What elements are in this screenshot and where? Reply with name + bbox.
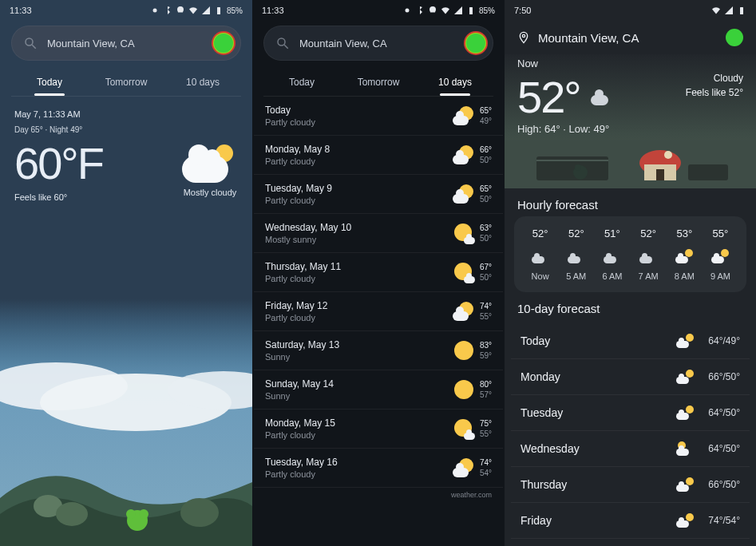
status-time: 11:33: [262, 6, 284, 15]
pc-icon: [675, 249, 693, 263]
search-location: Mountain View, CA: [47, 38, 213, 49]
pc-icon: [676, 513, 694, 528]
tenday-list[interactable]: Today64°/49°Monday66°/50°Tuesday64°/50°W…: [511, 323, 750, 539]
hourly-cell[interactable]: 52°7 AM: [631, 228, 667, 281]
bluetooth-icon: [415, 6, 425, 15]
tab-tomorrow[interactable]: Tomorrow: [88, 69, 164, 96]
forecast-row[interactable]: Sunday, May 14Sunny80°57°: [254, 370, 503, 410]
forecast-row[interactable]: TodayPartly cloudy65°49°: [254, 97, 503, 136]
cl-icon: [568, 249, 585, 263]
svg-point-10: [127, 510, 148, 531]
phone-10-days: 11:33 85% Mountain View, CA Today Tomorr…: [252, 0, 505, 546]
nfc-icon: [150, 6, 160, 15]
location-row[interactable]: Mountain View, CA: [505, 21, 756, 54]
low-temp: 59°: [480, 350, 492, 361]
tenday-row[interactable]: Wednesday64°/50°: [511, 431, 750, 467]
day-name: Friday: [520, 514, 676, 527]
cl-icon: [639, 249, 657, 263]
search-location: Mountain View, CA: [299, 38, 465, 49]
signal-icon: [724, 6, 734, 15]
bluetooth-icon: [163, 6, 172, 15]
search-bar[interactable]: Mountain View, CA: [263, 26, 493, 61]
tab-tomorrow[interactable]: Tomorrow: [340, 69, 417, 96]
tenday-row[interactable]: Friday74°/54°: [511, 503, 750, 539]
tab-10-days[interactable]: 10 days: [417, 69, 493, 96]
svg-rect-15: [469, 7, 473, 14]
pc-icon: [676, 406, 694, 420]
forecast-row[interactable]: Monday, May 15Partly cloudy75°55°: [254, 410, 503, 449]
hourly-cell[interactable]: 53°8 AM: [667, 228, 703, 281]
condition-label: Cloudy: [686, 71, 743, 85]
svg-point-6: [40, 374, 232, 431]
forecast-row[interactable]: Saturday, May 13Sunny83°59°: [254, 331, 503, 370]
hourly-cell[interactable]: 52°Now: [522, 228, 558, 281]
high-temp: 74°: [480, 457, 492, 468]
search-icon: [23, 36, 38, 50]
high-low: 74°/54°: [708, 515, 740, 526]
hourly-cell[interactable]: 52°5 AM: [558, 228, 594, 281]
svg-point-9: [56, 502, 88, 526]
day-name: Monday, May 15: [265, 417, 453, 429]
svg-line-17: [284, 45, 288, 49]
hour-temp: 52°: [558, 228, 594, 239]
svg-point-8: [34, 495, 62, 517]
ms-icon: [453, 417, 475, 440]
day-name: Sunday, May 14: [265, 378, 453, 390]
pc-icon: [453, 457, 475, 479]
day-name: Saturday, May 13: [265, 339, 453, 350]
tenday-row[interactable]: Tuesday64°/50°: [511, 395, 750, 431]
now-label: Now: [517, 57, 743, 69]
condition-label: Mostly cloudy: [182, 188, 238, 197]
tab-today[interactable]: Today: [263, 69, 340, 96]
hourly-card[interactable]: 52°Now52°5 AM51°6 AM52°7 AM53°8 AM55°9 A…: [514, 216, 746, 292]
day-name: Today: [265, 105, 453, 116]
forecast-row[interactable]: Friday, May 12Partly cloudy74°55°: [254, 292, 503, 331]
hourly-cell[interactable]: 51°6 AM: [594, 228, 630, 281]
data-source: weather.com: [252, 488, 505, 502]
high-temp: 74°: [480, 301, 492, 311]
high-temp: 65°: [480, 105, 492, 116]
forecast-row[interactable]: Monday, May 8Partly cloudy66°50°: [254, 136, 503, 175]
current-conditions: May 7, 11:33 AM Day 65° · Night 49° 60°F…: [0, 97, 252, 215]
high-low: 66°/50°: [708, 371, 740, 382]
tenday-row[interactable]: Today64°/49°: [511, 323, 750, 359]
low-temp: 55°: [480, 311, 492, 322]
battery-text: 85%: [227, 6, 243, 15]
battery-icon: [214, 6, 224, 15]
forecast-row[interactable]: Thursday, May 11Partly cloudy67°50°: [254, 253, 503, 292]
forecast-list[interactable]: TodayPartly cloudy65°49°Monday, May 8Par…: [254, 97, 503, 488]
low-temp: 50°: [480, 272, 492, 283]
hourly-cell[interactable]: 55°9 AM: [703, 228, 738, 281]
svg-line-3: [32, 45, 36, 49]
ms-icon: [453, 222, 475, 244]
day-name: Monday: [520, 370, 676, 383]
cloudy-icon: [588, 85, 617, 109]
svg-point-24: [575, 164, 581, 171]
tenday-row[interactable]: Monday66°/50°: [511, 359, 750, 395]
search-bar[interactable]: Mountain View, CA: [11, 26, 241, 61]
status-icons: 85%: [150, 6, 243, 15]
assistant-indicator-icon[interactable]: [465, 33, 486, 53]
battery-icon: [466, 6, 476, 15]
forecast-row[interactable]: Tuesday, May 16Partly cloudy74°54°: [254, 449, 503, 488]
forecast-row[interactable]: Wednesday, May 10Mostly sunny63°50°: [254, 214, 503, 253]
day-condition: Partly cloudy: [265, 274, 453, 283]
tab-today[interactable]: Today: [11, 69, 88, 96]
signal-icon: [453, 6, 463, 15]
low-temp: 49°: [480, 116, 492, 126]
feels-like: Feels like 60°: [14, 192, 103, 202]
high-temp: 83°: [480, 340, 492, 350]
pc-icon: [676, 477, 694, 492]
tenday-row[interactable]: Thursday66°/50°: [511, 467, 750, 503]
assistant-indicator-icon[interactable]: [726, 29, 743, 46]
assistant-indicator-icon[interactable]: [213, 33, 234, 53]
high-low: 64°/50°: [708, 407, 740, 418]
day-name: Tuesday, May 9: [265, 183, 453, 194]
forecast-row[interactable]: Tuesday, May 9Partly cloudy65°50°: [254, 175, 503, 214]
wifi-icon: [711, 6, 721, 15]
svg-point-14: [405, 9, 409, 13]
day-name: Tuesday, May 16: [265, 457, 453, 468]
tab-10-days[interactable]: 10 days: [164, 69, 241, 96]
pc-icon: [453, 300, 475, 322]
svg-point-16: [278, 38, 285, 46]
